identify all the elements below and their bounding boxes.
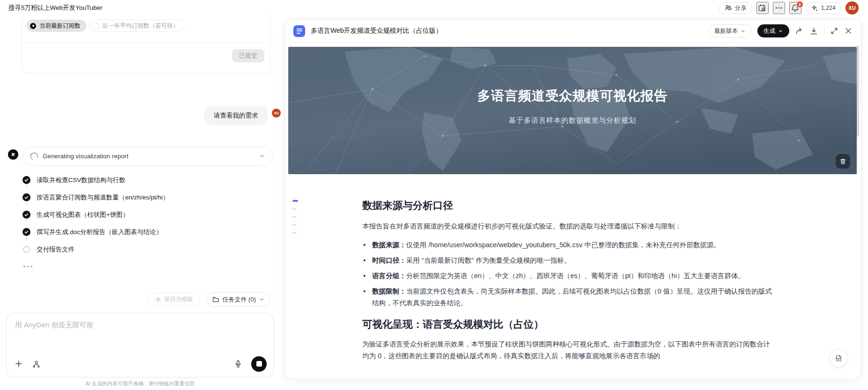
scrollbar-thumb[interactable] (857, 45, 859, 137)
task-item[interactable]: 交付报告文件 (22, 241, 271, 258)
section-heading: 可视化呈现：语言受众规模对比（占位） (362, 317, 775, 331)
generate-button[interactable]: 生成 (757, 24, 789, 37)
notification-badge: 2 (796, 1, 803, 8)
check-circle-icon (22, 228, 30, 236)
user-avatar[interactable]: XU (846, 1, 859, 15)
metric-options: 当前最新订阅数 近一年平均订阅数（若可得） (27, 20, 185, 32)
stop-generation-button[interactable] (251, 356, 267, 372)
version-selector[interactable]: 最新版本 (708, 24, 752, 37)
trash-icon (839, 158, 846, 165)
option-current-subscribers[interactable]: 当前最新订阅数 (27, 20, 86, 32)
bullet-term: 数据限制： (372, 287, 406, 295)
composer-toolbar (15, 356, 267, 372)
outline-dash[interactable] (292, 224, 297, 226)
divider (824, 27, 824, 35)
document-tools-button[interactable] (830, 349, 847, 367)
bullet-term: 语言分组： (372, 272, 406, 280)
outline-dash[interactable] (292, 232, 297, 234)
people-icon (725, 4, 732, 12)
document-title: 多语言Web开发频道受众规模对比（占位版） (311, 27, 442, 35)
bullet-text: 分析范围限定为英语（en）、中文（zh）、西班牙语（es）、葡萄牙语（pt）和印… (406, 272, 745, 280)
bullet-item: 数据来源：仅使用 /home/user/workspace/webdev_you… (362, 239, 775, 251)
expand-button[interactable] (830, 27, 838, 35)
document-outline-nav[interactable] (292, 200, 298, 234)
check-circle-icon (22, 211, 30, 219)
ellipsis-icon (775, 4, 783, 12)
sparkle-icon (155, 296, 161, 303)
section-heading: 数据来源与分析口径 (362, 199, 775, 213)
pinwheel-logo-icon (10, 151, 16, 158)
outline-dash[interactable] (292, 208, 297, 210)
section-intro: 为验证多语言受众分析的展示效果，本节预设了柱状图与饼图两种核心可视化形式。由于源… (362, 338, 775, 362)
chevron-down-icon (259, 297, 264, 302)
task-item[interactable]: 按语言聚合订阅数与频道数量（en/zh/es/pt/hi） (22, 189, 271, 206)
radio-selected-icon (30, 23, 36, 29)
save-as-template-button[interactable]: 保存为模板 (148, 293, 200, 306)
chat-input[interactable] (12, 318, 268, 351)
share-label: 分享 (735, 4, 747, 12)
task-files-button[interactable]: 任务文件 (0) (206, 292, 271, 307)
top-bar: 搜寻5万粉以上Web开发YouTuber 分享 (0, 0, 868, 15)
task-label: 交付报告文件 (37, 245, 75, 254)
outline-dash-active[interactable] (292, 200, 298, 202)
report-title: 多语言频道受众规模可视化报告 (288, 87, 857, 105)
user-message-avatar: XU (272, 109, 281, 118)
metric-option-card: 当前最新订阅数 近一年平均订阅数（若可得） 已提交 (22, 14, 270, 74)
chat-toolbar: 保存为模板 任务文件 (0) (0, 292, 270, 307)
download-button[interactable] (809, 27, 818, 36)
check-circle-icon (22, 176, 30, 184)
document-body[interactable]: 多语言频道受众规模可视化报告 基于多语言样本的数据概览与分析规划 数据来源与分析… (285, 43, 861, 379)
option-yearly-average[interactable]: 近一年平均订阅数（若可得） (90, 20, 185, 32)
bullet-term: 数据来源： (372, 241, 406, 249)
delete-hero-button[interactable] (836, 154, 850, 169)
divider (22, 42, 270, 43)
task-label: 按语言聚合订阅数与频道数量（en/zh/es/pt/hi） (37, 193, 169, 202)
add-attachment-button[interactable] (15, 360, 23, 368)
ai-disclaimer: AI 生成的内容可能不准确，请仔细核对重要信息 (0, 380, 280, 387)
task-label: 读取并检查CSV数据结构与行数 (37, 176, 126, 184)
outline-dash[interactable] (292, 216, 297, 218)
document-header: 多语言Web开发频道受众规模对比（占位版） 最新版本 生成 (285, 19, 861, 43)
chevron-down-icon (741, 29, 746, 34)
document-panel: 多语言Web开发频道受众规模对比（占位版） 最新版本 生成 (284, 19, 861, 379)
stop-icon (256, 361, 262, 367)
document-actions: 最新版本 生成 (708, 24, 853, 37)
loading-spinner-icon (30, 151, 39, 161)
pending-circle-icon (23, 246, 30, 253)
schedule-button[interactable] (756, 2, 769, 14)
sparkle-icon (811, 5, 818, 12)
bullet-text: 采用 “当前最新订阅数” 作为衡量受众规模的唯一指标。 (406, 257, 571, 264)
task-item[interactable]: 撰写并生成.doc分析报告（嵌入图表与结论） (22, 223, 271, 241)
task-checklist: 读取并检查CSV数据结构与行数 按语言聚合订阅数与频道数量（en/zh/es/p… (22, 171, 271, 258)
world-map-graphic (288, 47, 857, 174)
check-circle-icon (22, 193, 30, 201)
submitted-button[interactable]: 已提交 (232, 49, 264, 62)
agent-selector-button[interactable] (32, 360, 41, 368)
notifications-button[interactable]: 2 (789, 2, 801, 14)
bullet-item: 时间口径：采用 “当前最新订阅数” 作为衡量受众规模的唯一指标。 (362, 255, 775, 266)
export-button[interactable] (795, 27, 804, 36)
credits-pill[interactable]: 1,224 (806, 2, 841, 14)
folder-icon (212, 296, 219, 303)
share-button[interactable]: 分享 (719, 2, 752, 14)
more-button[interactable] (773, 2, 785, 14)
assistant-avatar (8, 149, 18, 160)
credits-count: 1,224 (821, 5, 836, 11)
section-intro: 本报告旨在对多语言频道的受众规模进行初步的可视化版式验证。数据的选取与处理遵循以… (362, 221, 775, 232)
task-label: 撰写并生成.doc分析报告（嵌入图表与结论） (37, 228, 163, 236)
hero-banner: 多语言频道受众规模可视化报告 基于多语言样本的数据概览与分析规划 (288, 47, 857, 174)
close-button[interactable] (844, 27, 853, 35)
option-label: 当前最新订阅数 (39, 22, 81, 30)
task-item[interactable]: 生成可视化图表（柱状图+饼图） (22, 206, 271, 223)
bullet-item: 数据限制：当前源文件仅包含表头，尚无实际样本数据。因此，后续可视化图表均以占位数… (362, 286, 775, 309)
agent-status-collapsible[interactable]: Generating visualization report (22, 147, 273, 166)
user-message-bubble: 请查看我的需求 (204, 106, 268, 125)
task-label: 生成可视化图表（柱状图+饼图） (37, 211, 129, 219)
typing-indicator (23, 265, 32, 267)
bullet-item: 语言分组：分析范围限定为英语（en）、中文（zh）、西班牙语（es）、葡萄牙语（… (362, 270, 775, 282)
report-subtitle: 基于多语言样本的数据概览与分析规划 (288, 116, 857, 125)
mic-button[interactable] (234, 360, 242, 368)
version-label: 最新版本 (714, 27, 738, 35)
document-content: 数据来源与分析口径 本报告旨在对多语言频道的受众规模进行初步的可视化版式验证。数… (362, 199, 775, 369)
task-item[interactable]: 读取并检查CSV数据结构与行数 (22, 171, 271, 189)
